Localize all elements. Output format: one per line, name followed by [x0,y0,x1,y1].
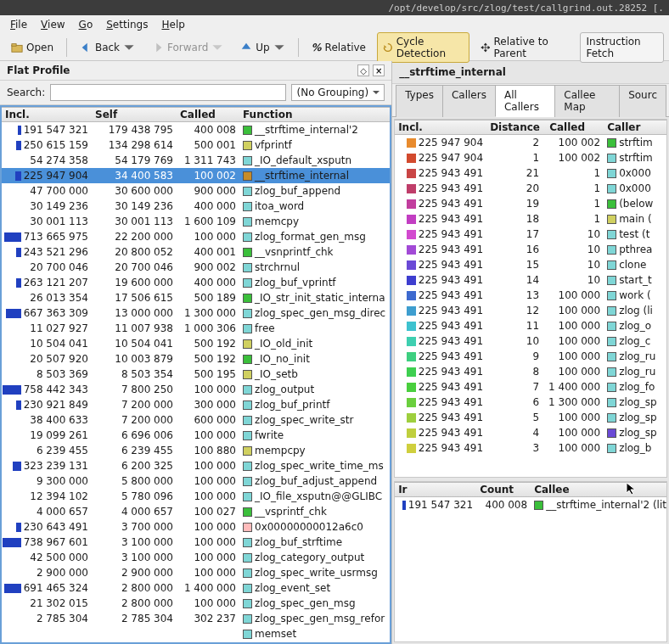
table-row[interactable]: 225 943 49111100 000zlog_o [395,318,666,333]
table-row[interactable]: 225 943 4914100 000zlog_sp [395,425,666,440]
table-row[interactable]: 225 943 4919100 000zlog_ru [395,349,666,364]
cycle-icon [383,42,393,53]
table-row[interactable]: 738 967 6013 100 000100 000zlog_buf_strf… [2,535,390,550]
table-row[interactable]: 19 099 2616 696 006100 000fwrite [2,428,390,443]
open-button[interactable]: Open [5,38,59,57]
table-row[interactable]: 26 013 35417 506 615500 189_IO_str_init_… [2,290,390,305]
table-row[interactable]: 42 500 0003 100 000100 000zlog_category_… [2,550,390,565]
table-row[interactable]: 713 665 97522 200 000100 000zlog_format_… [2,229,390,244]
table-row[interactable]: 225 943 49113100 000work ( [395,288,666,303]
back-button[interactable]: Back [74,38,141,57]
chevron-down-icon [211,42,223,53]
table-row[interactable]: 225 943 4913100 000zlog_b [395,440,666,456]
table-row[interactable]: 9 300 0005 800 000100 000zlog_buf_adjust… [2,473,390,489]
profile-list[interactable]: Incl. Self Called Function 191 547 32117… [0,105,391,644]
callees-list[interactable]: Ir Count Callee 191 547 321400 008__strf… [394,481,667,642]
table-row[interactable]: 243 521 29620 800 052400 001__vsnprintf_… [2,244,390,260]
table-row[interactable]: 30 149 23630 149 236400 000itoa_word [2,199,390,214]
table-row[interactable]: 47 700 00030 600 000900 000zlog_buf_appe… [2,183,390,199]
table-row[interactable]: 225 943 4915100 000zlog_sp [395,410,666,425]
table-row[interactable]: 225 943 49161 300 000zlog_sp [395,395,666,410]
table-row[interactable]: 225 947 9042100 002strftim [395,135,666,150]
tab-types[interactable]: Types [396,85,443,117]
table-row[interactable]: 225 943 49171 400 000zlog_fo [395,379,666,395]
table-row[interactable]: 20 700 04620 700 046900 002strchrnul [2,260,390,275]
table-row[interactable]: 691 465 3242 800 0001 400 000zlog_event_… [2,580,390,596]
table-row[interactable]: 230 643 4913 700 000100 0000x00000000012… [2,519,390,535]
table-row[interactable]: 21 302 0152 800 000100 000zlog_spec_gen_… [2,596,390,611]
table-row[interactable]: 191 547 321400 008__strftime_internal'2 … [395,497,666,512]
table-row[interactable]: 225 943 49110100 000zlog_c [395,333,666,349]
close-pane-button[interactable]: × [373,64,385,76]
table-row[interactable]: 11 027 92711 007 9381 000 306free [2,321,390,336]
table-row[interactable]: 225 947 9041100 002strftim [395,150,666,165]
chevron-down-icon [273,42,285,53]
table-row[interactable]: 225 943 4912010x000 [395,181,666,196]
table-row[interactable]: 6 239 4556 239 455100 880mempcpy [2,443,390,458]
menu-help[interactable]: Help [156,17,189,32]
move-icon [481,42,491,53]
title-bar: /opt/develop/src/zlog/test/callgrind.out… [0,0,669,15]
table-row[interactable]: 230 921 8497 200 000300 000zlog_buf_prin… [2,397,390,412]
detach-button[interactable]: ◇ [357,64,369,76]
all-callers-list[interactable]: Incl. Distance Called Caller 225 947 904… [394,119,667,478]
callers-header-row[interactable]: Incl. Distance Called Caller [395,120,666,135]
table-row[interactable]: 191 547 321179 438 795400 008__strftime_… [2,122,390,137]
table-row[interactable]: 20 507 92010 003 879500 192_IO_no_init [2,351,390,367]
table-row[interactable]: 12 394 1025 780 096100 000_IO_file_xsput… [2,489,390,504]
table-row[interactable]: 225 943 4912110x000 [395,165,666,181]
menu-bar[interactable]: FileViewGoSettingsHelp [0,15,669,34]
callees-header-row[interactable]: Ir Count Callee [395,482,666,497]
tab-all-callers[interactable]: All Callers [495,85,555,117]
table-row[interactable]: 10 504 04110 504 041500 192_IO_old_init [2,336,390,351]
up-button[interactable]: Up [234,38,290,57]
table-row[interactable]: memset [2,626,390,641]
menu-settings[interactable]: Settings [101,17,153,32]
table-row[interactable]: 8 503 3698 503 354500 195_IO_setb [2,367,390,382]
table-row[interactable]: 2 785 3042 785 304302 237zlog_spec_gen_m… [2,611,390,626]
table-row[interactable]: 225 947 90434 400 583100 002__strftime_i… [2,168,390,183]
table-row[interactable]: 225 943 491191(below [395,196,666,211]
selected-function-name: __strftime_internal [392,61,669,84]
window-title: /opt/develop/src/zlog/test/callgrind.out… [388,3,664,14]
menu-go[interactable]: Go [74,17,98,32]
instruction-fetch-button[interactable]: Instruction Fetch [580,32,664,63]
table-row[interactable]: 2 900 0002 900 000100 000zlog_spec_write… [2,565,390,580]
table-row[interactable]: 225 943 4911510clone [395,257,666,272]
table-row[interactable]: 323 239 1316 200 325100 000zlog_spec_wri… [2,458,390,473]
table-row[interactable]: 38 400 6337 200 000600 000zlog_spec_writ… [2,412,390,428]
search-input[interactable] [50,84,285,101]
table-row[interactable]: 4 000 6574 000 657100 027__vsprintf_chk [2,504,390,519]
table-row[interactable]: 54 274 35854 179 7691 311 743_IO_default… [2,153,390,168]
table-row[interactable]: 250 615 159134 298 614500 001vfprintf [2,137,390,153]
menu-view[interactable]: View [36,17,70,32]
table-row[interactable]: 263 121 20719 600 000400 000zlog_buf_vpr… [2,275,390,290]
relative-to-parent-button[interactable]: Relative to Parent [475,32,576,63]
callers-tabs: TypesCallersAll CallersCallee MapSourc [392,84,669,117]
tab-callers[interactable]: Callers [442,85,496,117]
table-row[interactable]: 225 943 491181main ( [395,211,666,227]
percent-icon: % [312,42,322,53]
cycle-detection-button[interactable]: Cycle Detection [377,32,469,63]
table-row[interactable]: 225 943 4911710test (t [395,227,666,242]
menu-file[interactable]: File [5,17,32,32]
flat-profile-header: Flat Profile ◇ × [0,61,391,81]
table-row[interactable]: 30 001 11330 001 1131 600 109memcpy [2,214,390,229]
profile-header-row[interactable]: Incl. Self Called Function [2,107,390,122]
chevron-down-icon [123,42,135,53]
tab-sourc[interactable]: Sourc [619,85,666,117]
tab-callee-map[interactable]: Callee Map [554,85,620,117]
table-row[interactable]: 225 943 4911410start_t [395,272,666,288]
relative-button[interactable]: % Relative [306,38,372,57]
table-row[interactable]: 758 442 3437 800 250100 000zlog_output [2,382,390,397]
table-row[interactable]: 225 943 49112100 000zlog (li [395,303,666,318]
svg-rect-1 [12,43,16,46]
forward-button[interactable]: Forward [146,38,229,57]
grouping-select[interactable]: (No Grouping) [291,84,385,101]
table-row[interactable]: 667 363 30913 000 0001 300 000zlog_spec_… [2,305,390,321]
search-label: Search: [7,87,45,98]
table-row[interactable]: 225 943 4918100 000zlog_ru [395,364,666,379]
table-row[interactable]: 225 943 4911610pthrea [395,242,666,257]
toolbar: Open Back Forward Up % Relative Cycle De… [0,34,669,61]
